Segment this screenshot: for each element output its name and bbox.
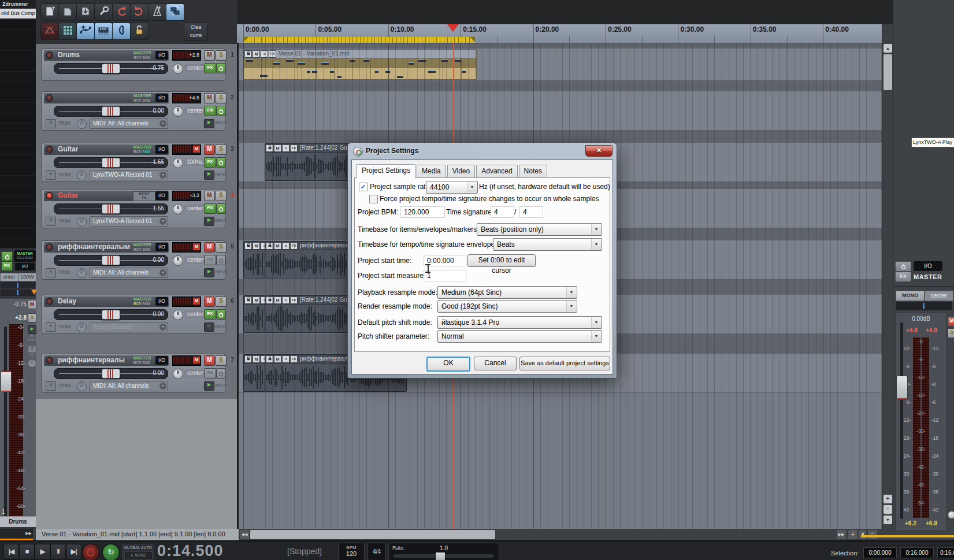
sample-rate-checkbox[interactable]: ✓ [359, 183, 368, 191]
track-panel[interactable]: DrumsMASTERRCV SNDI/O+2.8MS-0.75centerFX [42, 49, 225, 81]
track-meter[interactable]: -3.2 [172, 191, 201, 201]
metronome-button[interactable] [148, 3, 166, 21]
monitor-button[interactable]: ▶ [204, 322, 214, 332]
item-header[interactable]: M≡ [244, 355, 265, 364]
track-panel[interactable]: GuitarMASTERRCV SNDI/OMMS-1.55100%LFX∧TR… [42, 143, 225, 182]
hscroll-right-button[interactable]: ▶▶ [837, 530, 846, 539]
playback-resample-combo[interactable]: Medium (64pt Sinc) ▼ [437, 286, 577, 299]
volume-slider-handle[interactable] [102, 106, 120, 116]
volume-slider-handle[interactable] [102, 310, 120, 320]
fast-forward-icon[interactable]: ▶▶ [25, 531, 32, 536]
bpm-box[interactable]: BPM 120 [338, 543, 365, 560]
pan-value[interactable]: center [184, 369, 206, 377]
arrange-track-lane[interactable] [239, 91, 882, 131]
vertical-scroll-thumb[interactable] [884, 54, 892, 90]
solo-button[interactable]: S [216, 93, 227, 103]
master-route-box[interactable]: MASTERRCV SND [14, 250, 36, 262]
clear-current-button[interactable]: Clea curre [184, 23, 208, 41]
solo-button[interactable]: S [216, 355, 227, 366]
track-panel[interactable]: риффнаинтервалыMASTERRCV SNDI/OMMS0.00ce… [42, 354, 225, 393]
item-header[interactable]: M≡FXриффнаинтервалы [265, 242, 351, 250]
solo-button[interactable]: S [216, 144, 227, 155]
monitor-button[interactable]: ▶ [28, 325, 36, 334]
play-button[interactable]: ▶ [35, 544, 50, 560]
pan-knob[interactable] [173, 158, 183, 168]
auto-crossfade-button[interactable] [40, 23, 59, 40]
input-dropdown[interactable]: record disabled▼ [90, 322, 168, 332]
timebase-items-combo[interactable]: Beats (position only) ▼ [477, 223, 602, 236]
ok-button[interactable]: OK [426, 357, 470, 372]
zoom-out-horizontal-button[interactable]: − [868, 530, 877, 539]
pan-value[interactable]: center [184, 107, 206, 114]
dialog-tab-video[interactable]: Video [447, 165, 475, 177]
monitor-button[interactable]: ▶ [204, 381, 214, 391]
route-master-tag[interactable]: MASTER [133, 51, 151, 55]
master-fx-button[interactable]: FX [895, 272, 911, 282]
timeline-ruler[interactable]: 0:00.000:05.000:10.000:15.000:20.000:25.… [237, 24, 882, 43]
monitor-button[interactable]: ▶ [204, 119, 214, 128]
item-header[interactable]: M≡FX[Rate:1.244]02 Guitar 170402_1710 gl… [265, 296, 351, 305]
track-panel[interactable]: DelayMASTERRCV SNDI/OMMS0.00centerFX∧TRI… [42, 295, 225, 334]
zoom-reset-button[interactable]: ▮ [859, 530, 866, 539]
item-header[interactable]: M≡ [244, 242, 265, 250]
volume-slider-handle[interactable] [102, 204, 120, 214]
rate-slider-handle[interactable] [435, 552, 446, 560]
pan-cell[interactable]: enter [0, 273, 18, 281]
trim-mode-button[interactable]: ∧ [46, 119, 56, 128]
fader-track[interactable] [900, 322, 903, 519]
volume-slider[interactable]: -0.75 [54, 63, 168, 74]
route-master-tag[interactable]: MASTER [133, 297, 151, 301]
background-window-titlebar[interactable]: Zdrummer [0, 0, 38, 9]
fx-button[interactable]: FX [204, 309, 216, 320]
pan-value[interactable]: center [184, 256, 206, 264]
trim-mode-button[interactable]: ∧ [46, 217, 56, 226]
timebase-tempo-combo[interactable]: Beats ▼ [493, 238, 602, 251]
redo-button[interactable] [130, 3, 149, 21]
record-arm-button[interactable] [46, 51, 53, 59]
audio-item[interactable]: M≡FX[Rate:1.244]02 Guitar 170402_1710 gl… [265, 295, 351, 333]
monitor-button[interactable]: ▶ [204, 170, 214, 180]
monitor-button[interactable]: ▶ [204, 217, 214, 226]
route-master-tag[interactable]: MASTER [133, 356, 151, 360]
pitch-shift-mode-combo[interactable]: йlastique 3.1.4 Pro ▼ [437, 316, 602, 329]
hscroll-left-button[interactable]: ◀◀ [240, 530, 249, 539]
pan-value[interactable]: center [184, 205, 206, 212]
phase-button[interactable]: ∅ [77, 217, 87, 227]
track-meter[interactable]: M [172, 242, 201, 253]
pan-knob[interactable] [173, 64, 183, 74]
route-rcv-snd-tag[interactable]: RCV SND [133, 55, 150, 60]
track-power-button[interactable] [216, 106, 226, 116]
route-rcv-snd-tag[interactable]: RCV SND [133, 361, 150, 365]
fx-button[interactable]: FX [204, 157, 216, 168]
route-rcv-snd-tag[interactable]: RCV SND [133, 302, 150, 306]
volume-slider-handle[interactable] [102, 369, 120, 379]
dialog-tab-notes[interactable]: Notes [519, 165, 547, 177]
track-power-button[interactable] [216, 63, 226, 73]
locking-button[interactable] [130, 23, 149, 40]
track-power-button[interactable] [216, 368, 226, 379]
volume-slider[interactable]: -1.55 [54, 157, 168, 168]
record-arm-button[interactable] [46, 357, 53, 364]
solo-button[interactable]: S [216, 191, 227, 201]
route-rcv-snd-tag[interactable]: RCV SND [133, 247, 150, 251]
track-meter[interactable]: M [172, 296, 201, 307]
fx-chain-selected-item[interactable]: olid Bus Comp [0, 9, 37, 19]
audio-item[interactable]: M≡ [243, 241, 265, 279]
rate-box[interactable]: Rate: 1.0 [388, 543, 499, 560]
phase-button[interactable]: ∅ [28, 359, 36, 368]
record-arm-button[interactable] [46, 192, 53, 199]
render-resample-combo[interactable]: Good (192pt Sinc) ▼ [437, 300, 577, 313]
track-panel[interactable]: GuitarINPUTFXI/O-3.2MS-1.55centerFX∧TRIM… [42, 189, 225, 228]
input-dropdown-arrow[interactable]: ▼ [159, 120, 166, 127]
dialog-close-button[interactable]: ✕ [585, 145, 613, 157]
pan-slider[interactable] [1, 282, 35, 288]
monitor-button[interactable]: ▶ [204, 268, 214, 277]
undo-button[interactable] [112, 3, 131, 21]
pan-knob[interactable] [173, 310, 183, 320]
track-meter[interactable]: M [172, 144, 201, 155]
track-power-button[interactable] [216, 255, 226, 265]
ruler-mode-button[interactable] [94, 23, 113, 40]
master-power-button[interactable] [895, 261, 911, 272]
record-button[interactable] [81, 543, 100, 560]
solo-button[interactable]: S [216, 242, 227, 253]
